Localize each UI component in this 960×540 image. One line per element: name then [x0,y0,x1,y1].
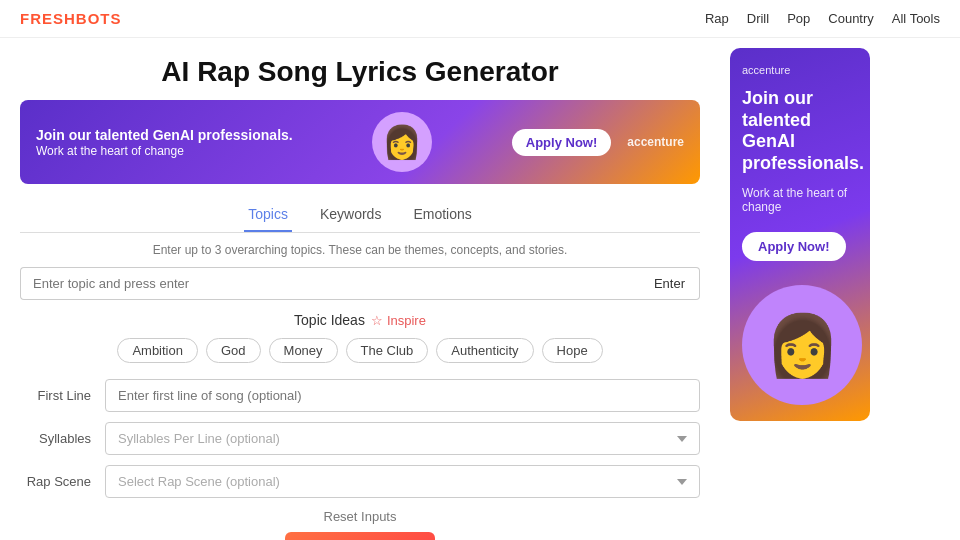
chip-god[interactable]: God [206,338,261,363]
sidebar-apply-button[interactable]: Apply Now! [742,232,846,261]
sidebar-person-avatar: 👩 [742,285,862,405]
syllables-label: Syllables [20,431,105,446]
topic-enter-button[interactable]: Enter [640,267,700,300]
tab-emotions[interactable]: Emotions [409,198,475,232]
ad-right: Apply Now! accenture [512,129,684,156]
chip-the-club[interactable]: The Club [346,338,429,363]
nav-link-drill[interactable]: Drill [747,11,769,26]
tab-topics[interactable]: Topics [244,198,292,232]
topic-ideas-row: Topic Ideas ☆ Inspire [20,312,700,328]
sidebar-accenture-label: accenture [742,64,790,76]
ad-headline: Join our talented GenAI professionals. [36,126,293,144]
tab-keywords[interactable]: Keywords [316,198,385,232]
inspire-icon: ☆ [371,313,383,328]
reset-button[interactable]: Reset Inputs [324,509,397,524]
sidebar-ad: accenture Join our talented GenAI profes… [730,48,870,421]
ad-person-avatar: 👩 [372,112,432,172]
topic-input[interactable] [20,267,640,300]
generate-row: Generate [20,532,700,540]
top-nav: FRESHBOTS Rap Drill Pop Country All Tool… [0,0,960,38]
sidebar-ad-headline: Join our talented GenAI professionals. [742,88,864,174]
syllables-select[interactable]: Syllables Per Line (optional) [105,422,700,455]
nav-link-pop[interactable]: Pop [787,11,810,26]
topic-input-row: Enter [20,267,700,300]
tab-description: Enter up to 3 overarching topics. These … [20,243,700,257]
ad-subline: Work at the heart of change [36,144,293,158]
page-title: AI Rap Song Lyrics Generator [20,56,700,88]
sidebar: accenture Join our talented GenAI profes… [720,38,880,540]
nav-link-country[interactable]: Country [828,11,874,26]
topic-chips: Ambition God Money The Club Authenticity… [20,338,700,363]
rap-scene-select[interactable]: Select Rap Scene (optional) [105,465,700,498]
chip-authenticity[interactable]: Authenticity [436,338,533,363]
rap-scene-row: Rap Scene Select Rap Scene (optional) [20,465,700,498]
chip-ambition[interactable]: Ambition [117,338,198,363]
inspire-button[interactable]: ☆ Inspire [371,313,426,328]
syllables-row: Syllables Syllables Per Line (optional) [20,422,700,455]
chip-hope[interactable]: Hope [542,338,603,363]
reset-row: Reset Inputs [20,508,700,524]
chip-money[interactable]: Money [269,338,338,363]
sidebar-ad-subline: Work at the heart of change [742,186,858,214]
nav-links: Rap Drill Pop Country All Tools [705,11,940,26]
ad-logo: accenture [627,135,684,149]
ad-banner: Join our talented GenAI professionals. W… [20,100,700,184]
ad-apply-button[interactable]: Apply Now! [512,129,612,156]
first-line-row: First Line [20,379,700,412]
generate-button[interactable]: Generate [285,532,434,540]
rap-scene-label: Rap Scene [20,474,105,489]
topic-ideas-label: Topic Ideas [294,312,365,328]
first-line-label: First Line [20,388,105,403]
ad-banner-text-area: Join our talented GenAI professionals. W… [36,126,293,158]
tabs-bar: Topics Keywords Emotions [20,198,700,233]
nav-link-all-tools[interactable]: All Tools [892,11,940,26]
inspire-label: Inspire [387,313,426,328]
nav-link-rap[interactable]: Rap [705,11,729,26]
first-line-input[interactable] [105,379,700,412]
logo[interactable]: FRESHBOTS [20,10,122,27]
